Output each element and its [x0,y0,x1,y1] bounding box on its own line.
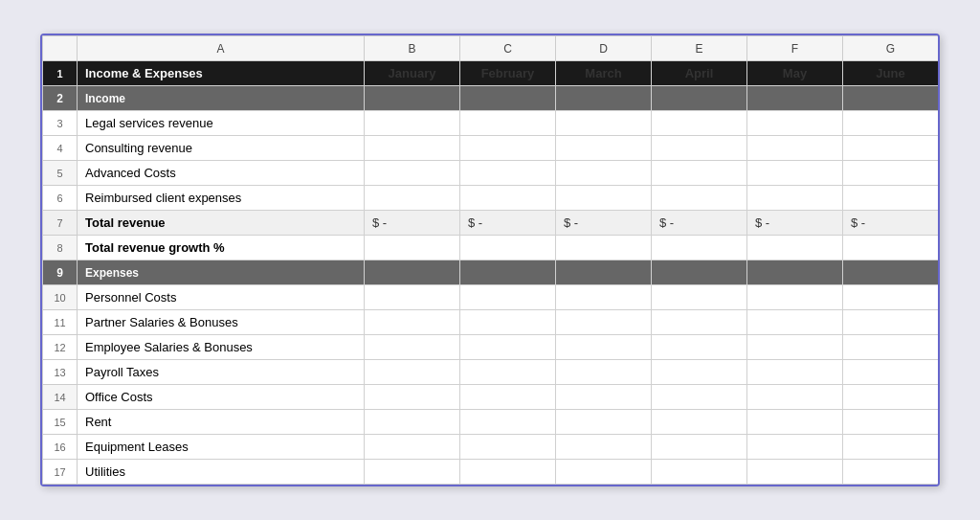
cell-value[interactable] [556,335,652,360]
cell-value[interactable] [460,285,556,310]
cell-value[interactable] [556,161,652,186]
cell-value[interactable] [460,410,556,435]
cell-value[interactable] [365,460,460,485]
cell-value[interactable] [843,111,939,136]
cell-value[interactable]: March [556,61,652,86]
cell-value[interactable] [843,136,939,161]
cell-value[interactable] [460,136,556,161]
cell-value[interactable] [365,335,460,360]
cell-value[interactable] [843,236,939,260]
cell-value[interactable] [365,111,460,136]
cell-value[interactable] [460,260,556,285]
cell-value[interactable]: April [652,61,747,86]
cell-value[interactable] [747,435,843,460]
cell-value[interactable] [365,260,460,285]
cell-value[interactable] [843,186,939,211]
cell-value[interactable] [365,86,460,111]
cell-value[interactable] [652,236,747,260]
cell-value[interactable] [747,385,843,410]
cell-value[interactable]: $ - [843,211,939,236]
cell-value[interactable] [365,360,460,385]
cell-value[interactable] [365,285,460,310]
cell-value[interactable] [460,86,556,111]
cell-value[interactable] [556,435,652,460]
cell-value[interactable] [747,335,843,360]
cell-value[interactable] [843,260,939,285]
cell-value[interactable] [843,460,939,485]
cell-value[interactable] [556,310,652,335]
cell-value[interactable] [652,385,747,410]
cell-value[interactable] [843,86,939,111]
cell-value[interactable]: January [365,61,460,86]
cell-value[interactable] [460,236,556,260]
cell-value[interactable] [843,410,939,435]
cell-value[interactable] [460,460,556,485]
cell-value[interactable] [460,111,556,136]
cell-value[interactable] [365,310,460,335]
cell-value[interactable] [460,161,556,186]
cell-value[interactable] [843,360,939,385]
cell-value[interactable] [652,260,747,285]
cell-value[interactable] [843,335,939,360]
cell-value[interactable] [556,285,652,310]
cell-value[interactable] [556,236,652,260]
cell-value[interactable] [652,161,747,186]
cell-value[interactable] [747,111,843,136]
cell-value[interactable] [460,435,556,460]
cell-value[interactable] [556,186,652,211]
cell-value[interactable] [365,385,460,410]
cell-value[interactable] [843,310,939,335]
cell-value[interactable] [843,285,939,310]
cell-value[interactable] [652,460,747,485]
cell-value[interactable] [556,410,652,435]
cell-value[interactable] [652,186,747,211]
cell-value[interactable] [365,410,460,435]
cell-value[interactable] [460,335,556,360]
cell-value[interactable] [747,460,843,485]
cell-value[interactable] [365,186,460,211]
cell-value[interactable] [747,410,843,435]
cell-value[interactable] [747,260,843,285]
cell-value[interactable]: February [460,61,556,86]
cell-value[interactable] [747,186,843,211]
cell-value[interactable] [652,86,747,111]
cell-value[interactable] [556,385,652,410]
cell-value[interactable] [652,136,747,161]
cell-value[interactable] [747,136,843,161]
cell-value[interactable]: $ - [747,211,843,236]
cell-value[interactable] [460,186,556,211]
cell-value[interactable] [652,285,747,310]
cell-value[interactable] [652,310,747,335]
cell-value[interactable]: June [843,61,939,86]
cell-value[interactable] [365,136,460,161]
cell-value[interactable] [556,360,652,385]
cell-value[interactable] [747,86,843,111]
cell-value[interactable] [652,335,747,360]
cell-value[interactable] [365,435,460,460]
cell-value[interactable] [747,161,843,186]
cell-value[interactable] [365,236,460,260]
cell-value[interactable] [652,360,747,385]
cell-value[interactable] [843,161,939,186]
cell-value[interactable] [556,460,652,485]
cell-value[interactable] [460,360,556,385]
cell-value[interactable] [556,111,652,136]
cell-value[interactable]: $ - [556,211,652,236]
cell-value[interactable]: May [747,61,843,86]
cell-value[interactable] [460,385,556,410]
cell-value[interactable] [556,136,652,161]
cell-value[interactable] [460,310,556,335]
cell-value[interactable] [556,86,652,111]
cell-value[interactable] [556,260,652,285]
cell-value[interactable] [747,236,843,260]
cell-value[interactable] [843,385,939,410]
cell-value[interactable] [747,360,843,385]
cell-value[interactable] [652,111,747,136]
cell-value[interactable] [747,310,843,335]
cell-value[interactable] [365,161,460,186]
cell-value[interactable] [843,435,939,460]
cell-value[interactable]: $ - [365,211,460,236]
cell-value[interactable] [652,435,747,460]
cell-value[interactable] [652,410,747,435]
cell-value[interactable] [747,285,843,310]
